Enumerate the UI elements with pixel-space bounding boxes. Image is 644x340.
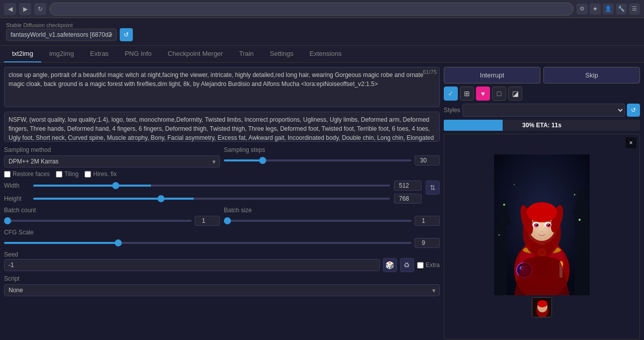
extra-checkbox-label[interactable]: Extra bbox=[417, 262, 440, 269]
ext-icon-1[interactable]: ⚙ bbox=[577, 4, 588, 15]
svg-point-31 bbox=[548, 224, 549, 225]
sampling-method-select[interactable]: DPM++ 2M Karras bbox=[4, 155, 220, 167]
styles-select[interactable] bbox=[462, 104, 625, 117]
tool-icon-box1[interactable]: □ bbox=[492, 87, 506, 101]
styles-apply-button[interactable]: ↺ bbox=[627, 104, 640, 117]
ext-icon-5[interactable]: ☰ bbox=[629, 4, 640, 15]
width-slider[interactable] bbox=[33, 185, 390, 187]
sampling-steps-group: Sampling steps 30 bbox=[224, 146, 440, 167]
tab-png-info[interactable]: PNG Info bbox=[117, 46, 159, 62]
tool-icon-grid[interactable]: ⊞ bbox=[460, 87, 474, 101]
reload-checkpoint-button[interactable]: ↺ bbox=[120, 28, 133, 41]
ext-icon-4[interactable]: 🔧 bbox=[616, 4, 627, 15]
positive-prompt-textarea[interactable]: close up angle, portrait of a beautiful … bbox=[4, 67, 440, 107]
cfg-scale-value[interactable]: 9 bbox=[415, 238, 440, 248]
width-row: Width 512 bbox=[4, 181, 422, 191]
tab-checkpoint-merger[interactable]: Checkpoint Merger bbox=[159, 46, 231, 62]
svg-point-30 bbox=[536, 224, 537, 225]
positive-prompt-wrapper: 61/75 close up angle, portrait of a beau… bbox=[4, 67, 440, 109]
batch-size-label: Batch size bbox=[224, 207, 440, 214]
thumbnail-1[interactable] bbox=[532, 297, 552, 317]
skip-button[interactable]: Skip bbox=[543, 67, 640, 83]
tool-icon-pink[interactable]: ♥ bbox=[476, 87, 490, 101]
ext-icon-3[interactable]: 👤 bbox=[603, 4, 614, 15]
hires-fix-input[interactable] bbox=[85, 171, 91, 178]
nav-back-button[interactable]: ◀ bbox=[4, 3, 16, 15]
sampling-method-select-wrap: DPM++ 2M Karras bbox=[4, 155, 220, 167]
sampling-steps-label: Sampling steps bbox=[224, 146, 440, 153]
batch-count-row: 1 bbox=[4, 216, 220, 226]
batch-count-slider[interactable] bbox=[4, 220, 192, 222]
svg-point-9 bbox=[499, 234, 500, 235]
styles-label: Styles bbox=[444, 107, 460, 114]
tab-txt2img[interactable]: txt2img bbox=[4, 46, 41, 62]
seed-label: Seed bbox=[4, 251, 440, 258]
sampling-steps-slider[interactable] bbox=[224, 159, 412, 161]
nav-reload-button[interactable]: ↻ bbox=[34, 3, 46, 15]
svg-point-7 bbox=[514, 184, 515, 185]
checkpoint-section: Stable Diffusion checkpoint fantasyWorld… bbox=[6, 22, 133, 41]
swap-dimensions-button[interactable]: ⇅ bbox=[426, 181, 440, 195]
tiling-checkbox[interactable]: Tiling bbox=[56, 171, 78, 178]
batch-size-value[interactable]: 1 bbox=[415, 216, 440, 226]
tab-settings[interactable]: Settings bbox=[262, 46, 301, 62]
checkpoint-select[interactable]: fantasyWorld_v1.safetensors [6870d20fac] bbox=[6, 29, 117, 41]
tab-img2img[interactable]: img2img bbox=[41, 46, 82, 62]
top-bar: Stable Diffusion checkpoint fantasyWorld… bbox=[0, 18, 644, 46]
height-value[interactable]: 768 bbox=[394, 194, 422, 204]
thumbnail-strip bbox=[530, 295, 554, 319]
tabs: txt2img img2img Extras PNG Info Checkpoi… bbox=[0, 46, 644, 63]
seed-input[interactable]: -1 bbox=[4, 259, 380, 271]
batch-count-value[interactable]: 1 bbox=[195, 216, 220, 226]
seed-recycle-button[interactable]: ♻ bbox=[400, 258, 414, 272]
nav-forward-button[interactable]: ▶ bbox=[19, 3, 31, 15]
styles-row: Styles ↺ bbox=[444, 104, 640, 117]
tool-icon-check[interactable]: ✓ bbox=[444, 87, 458, 101]
svg-point-6 bbox=[574, 194, 576, 195]
extra-checkbox[interactable] bbox=[417, 262, 424, 269]
browser-extensions: ⚙ ★ 👤 🔧 ☰ bbox=[577, 4, 640, 15]
width-value[interactable]: 512 bbox=[394, 181, 422, 191]
script-select[interactable]: None bbox=[4, 284, 440, 296]
batch-count-label: Batch count bbox=[4, 207, 220, 214]
height-label: Height bbox=[4, 195, 29, 202]
tool-icon-box2[interactable]: ◪ bbox=[508, 87, 522, 101]
batch-size-row: 1 bbox=[224, 216, 440, 226]
tab-train[interactable]: Train bbox=[231, 46, 262, 62]
cfg-scale-label: CFG Scale bbox=[4, 229, 440, 236]
url-bar[interactable]: 127.0.0.1:7860 bbox=[49, 3, 574, 16]
right-panel: Interrupt Skip ✓ ⊞ ♥ □ ◪ Styles ↺ bbox=[444, 67, 640, 339]
batch-size-slider[interactable] bbox=[224, 220, 412, 222]
image-container: × bbox=[444, 134, 640, 339]
tiling-input[interactable] bbox=[56, 171, 62, 178]
script-label: Script bbox=[4, 275, 440, 282]
sampling-steps-value[interactable]: 30 bbox=[415, 155, 440, 165]
seed-dice-button[interactable]: 🎲 bbox=[383, 258, 397, 272]
sampling-method-group: Sampling method DPM++ 2M Karras bbox=[4, 146, 220, 167]
ext-icon-2[interactable]: ★ bbox=[590, 4, 601, 15]
cfg-scale-slider[interactable] bbox=[4, 242, 412, 244]
height-row: Height 768 bbox=[4, 194, 422, 204]
main-content: 61/75 close up angle, portrait of a beau… bbox=[0, 63, 644, 340]
hires-fix-checkbox[interactable]: Hires. fix bbox=[85, 171, 117, 178]
close-image-button[interactable]: × bbox=[625, 137, 636, 148]
restore-faces-checkbox[interactable]: Restore faces bbox=[4, 171, 50, 178]
tab-extras[interactable]: Extras bbox=[82, 46, 117, 62]
progress-text: 30% ETA: 11s bbox=[444, 120, 640, 131]
tab-extensions[interactable]: Extensions bbox=[301, 46, 350, 62]
height-slider[interactable] bbox=[33, 198, 390, 200]
svg-point-29 bbox=[548, 223, 550, 226]
svg-point-8 bbox=[579, 219, 581, 221]
action-buttons-row: Interrupt Skip bbox=[444, 67, 640, 83]
negative-prompt-textarea[interactable]: NSFW, (worst quality, low quality:1.4), … bbox=[4, 112, 440, 142]
interrupt-button[interactable]: Interrupt bbox=[444, 67, 540, 83]
svg-point-5 bbox=[503, 204, 505, 206]
svg-rect-2 bbox=[575, 215, 590, 295]
anime-illustration bbox=[494, 154, 590, 295]
checkpoint-label: Stable Diffusion checkpoint bbox=[6, 22, 133, 28]
restore-faces-input[interactable] bbox=[4, 171, 11, 178]
left-panel: 61/75 close up angle, portrait of a beau… bbox=[4, 67, 440, 339]
batch-count-group: Batch count 1 bbox=[4, 207, 220, 226]
sampling-controls: Sampling method DPM++ 2M Karras Sampling… bbox=[4, 146, 440, 167]
width-label: Width bbox=[4, 182, 29, 189]
